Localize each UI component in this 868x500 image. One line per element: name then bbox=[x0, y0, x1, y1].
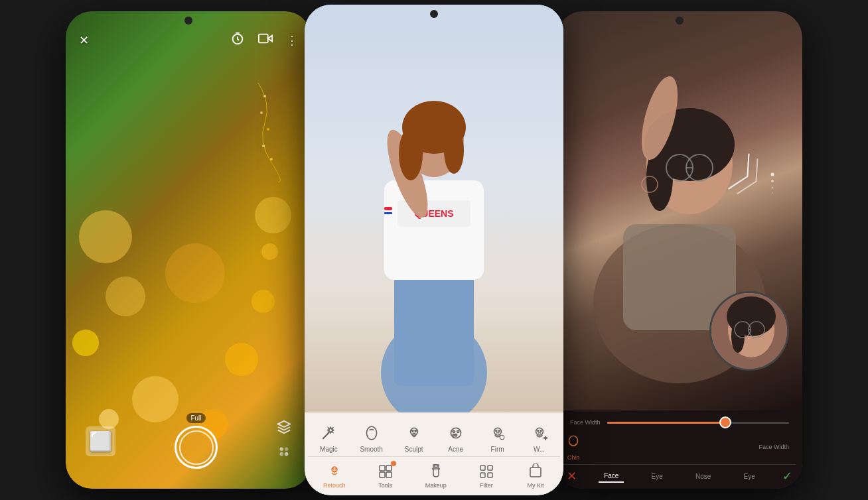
more-tools-icon: + bbox=[529, 422, 550, 444]
svg-line-23 bbox=[323, 432, 330, 439]
svg-text:+: + bbox=[543, 435, 547, 442]
face-tools-row: Chin Face Width bbox=[563, 429, 796, 465]
nav-face[interactable]: Face bbox=[599, 470, 624, 483]
tool-firm[interactable]: Firm bbox=[487, 422, 508, 453]
acne-icon bbox=[445, 422, 467, 444]
sculpt-icon bbox=[403, 422, 425, 444]
svg-rect-1 bbox=[259, 34, 268, 43]
phone-1-top: ✕ ⋮ bbox=[79, 31, 298, 49]
phones-container: ✕ ⋮ bbox=[0, 0, 868, 500]
nav-nose[interactable]: Nose bbox=[690, 471, 716, 482]
nav-tools[interactable]: Tools bbox=[376, 462, 395, 489]
svg-point-38 bbox=[537, 430, 538, 432]
svg-point-37 bbox=[536, 428, 543, 435]
timer-icon[interactable] bbox=[230, 31, 245, 49]
confirm-button[interactable]: ✓ bbox=[782, 469, 792, 483]
svg-point-42 bbox=[332, 468, 334, 469]
close-icon[interactable]: ✕ bbox=[79, 33, 89, 48]
svg-rect-13 bbox=[384, 180, 484, 280]
mykit-nav-label: My Kit bbox=[527, 482, 543, 489]
svg-point-33 bbox=[494, 428, 501, 435]
tool-sculpt[interactable]: Sculpt bbox=[403, 422, 425, 453]
svg-point-4 bbox=[267, 128, 269, 131]
slider-label: Face Width bbox=[570, 419, 601, 426]
svg-point-3 bbox=[260, 111, 263, 114]
phone-2-photo: QUEENS bbox=[305, 5, 563, 412]
slider-thumb[interactable] bbox=[719, 416, 731, 428]
chin-icon bbox=[563, 432, 583, 452]
woman-figure: QUEENS bbox=[348, 94, 520, 412]
svg-point-26 bbox=[412, 430, 413, 432]
svg-point-35 bbox=[498, 430, 500, 432]
nav-makeup[interactable]: Makeup bbox=[425, 462, 447, 489]
face-width-label: Face Width bbox=[759, 444, 789, 450]
effects-icon[interactable] bbox=[277, 420, 291, 438]
svg-point-39 bbox=[540, 430, 542, 432]
svg-point-2 bbox=[263, 95, 266, 97]
mode-badge: Full bbox=[186, 413, 205, 423]
svg-point-9 bbox=[280, 452, 284, 456]
svg-point-36 bbox=[500, 435, 504, 440]
svg-point-30 bbox=[457, 430, 459, 432]
svg-point-7 bbox=[280, 448, 284, 452]
phone-1-notch bbox=[184, 17, 192, 25]
firm-label: Firm bbox=[491, 446, 504, 453]
phone-2-screen: QUEENS bbox=[305, 5, 563, 495]
makeup-nav-icon bbox=[427, 462, 445, 481]
nav-retouch[interactable]: Retouch bbox=[323, 462, 346, 489]
svg-point-25 bbox=[410, 428, 417, 435]
nav-filter[interactable]: Filter bbox=[477, 462, 496, 489]
face-nav-row: ✕ Face Eye Nose Eye ✓ bbox=[563, 465, 796, 485]
acne-label: Acne bbox=[448, 446, 463, 453]
tool-more[interactable]: + W... bbox=[529, 422, 550, 453]
sticker-icon[interactable] bbox=[277, 444, 291, 462]
tools-nav-label: Tools bbox=[378, 482, 392, 489]
light-string bbox=[252, 83, 291, 185]
phone-2-notch bbox=[430, 10, 438, 18]
svg-point-65 bbox=[771, 180, 774, 182]
mykit-nav-icon bbox=[526, 462, 545, 481]
nav-eye[interactable]: Eye bbox=[646, 471, 668, 482]
phone-1-screen: ✕ ⋮ bbox=[66, 11, 311, 489]
filter-nav-icon bbox=[477, 462, 496, 481]
tool-acne[interactable]: Acne bbox=[445, 422, 467, 453]
capture-button[interactable] bbox=[175, 426, 218, 469]
gallery-btn[interactable]: ⬜ bbox=[86, 426, 115, 456]
tool-magic[interactable]: Magic bbox=[318, 422, 339, 453]
tools-badge bbox=[391, 461, 396, 466]
svg-rect-52 bbox=[488, 473, 492, 477]
firm-icon bbox=[487, 422, 508, 444]
more-icon[interactable]: ⋮ bbox=[286, 33, 298, 48]
phone-3: Face Width bbox=[557, 11, 802, 489]
svg-point-67 bbox=[772, 192, 773, 194]
camera-flip-icon[interactable] bbox=[258, 31, 273, 49]
svg-point-6 bbox=[270, 158, 273, 160]
chin-label: Chin bbox=[567, 454, 580, 461]
svg-rect-53 bbox=[530, 468, 541, 477]
tool-smooth[interactable]: Smooth bbox=[360, 422, 382, 453]
phone-1: ✕ ⋮ bbox=[66, 11, 311, 489]
phone-3-notch bbox=[676, 17, 684, 25]
sculpt-label: Sculpt bbox=[405, 446, 423, 453]
svg-rect-21 bbox=[384, 207, 392, 210]
svg-rect-51 bbox=[480, 473, 485, 477]
nav-row: Retouch Tools bbox=[308, 457, 560, 492]
svg-point-32 bbox=[453, 434, 455, 436]
svg-rect-12 bbox=[394, 267, 474, 386]
retouch-nav-label: Retouch bbox=[323, 482, 346, 489]
cancel-button[interactable]: ✕ bbox=[567, 469, 577, 483]
svg-rect-49 bbox=[480, 466, 485, 470]
nav-mykit[interactable]: My Kit bbox=[526, 462, 545, 489]
nav-eye2[interactable]: Eye bbox=[739, 471, 760, 482]
svg-point-29 bbox=[453, 430, 455, 432]
face-tool-chin[interactable]: Chin bbox=[563, 432, 583, 461]
magic-label: Magic bbox=[320, 446, 338, 453]
slider-row: Face Width bbox=[563, 416, 796, 429]
svg-rect-44 bbox=[380, 466, 385, 471]
svg-point-34 bbox=[496, 430, 497, 432]
slider-track[interactable] bbox=[607, 422, 789, 424]
smooth-icon bbox=[361, 422, 382, 444]
svg-rect-48 bbox=[435, 465, 437, 468]
capture-inner bbox=[179, 430, 214, 465]
slider-fill bbox=[607, 422, 725, 424]
